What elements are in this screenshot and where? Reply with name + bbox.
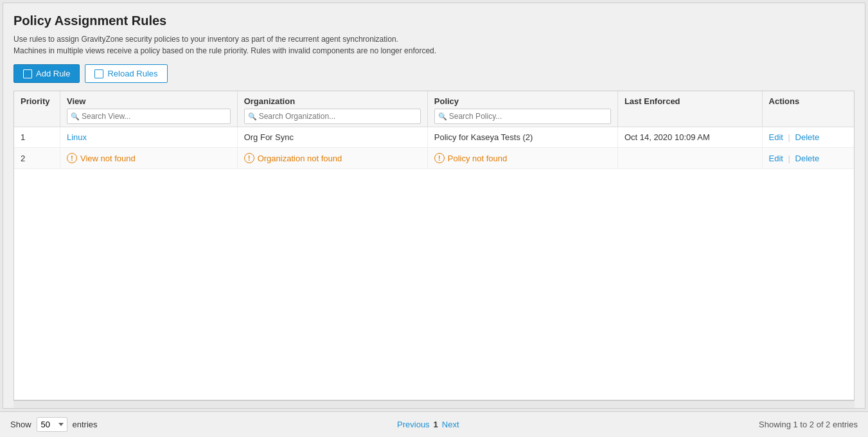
action-divider: | <box>786 132 793 142</box>
cell-actions: Edit | Delete <box>762 127 854 148</box>
policy-search-icon: 🔍 <box>438 112 447 121</box>
cell-priority: 1 <box>14 127 60 148</box>
org-search-icon: 🔍 <box>248 112 257 121</box>
add-rule-label: Add Rule <box>36 69 70 78</box>
description-line1: Use rules to assign GravityZone security… <box>13 35 398 44</box>
edit-link[interactable]: Edit <box>769 132 783 142</box>
cell-policy: !Policy not found <box>427 148 617 169</box>
cell-organization: Org For Sync <box>237 127 427 148</box>
warning-icon: ! <box>244 153 254 163</box>
table-row: 2!View not found!Organization not found!… <box>14 148 854 169</box>
priority-header: Priority <box>21 96 50 106</box>
description-line2: Machines in multiple views receive a pol… <box>13 46 436 55</box>
cell-last-enforced: Oct 14, 2020 10:09 AM <box>617 127 762 148</box>
edit-link[interactable]: Edit <box>769 154 783 163</box>
reload-rules-button[interactable]: Reload Rules <box>85 64 167 83</box>
show-label: Show <box>10 420 31 429</box>
showing-text: Showing 1 to 2 of 2 entries <box>759 420 858 429</box>
col-policy: Policy 🔍 <box>427 91 617 127</box>
reload-rules-icon <box>94 69 103 78</box>
footer-right: Showing 1 to 2 of 2 entries <box>759 420 858 429</box>
col-priority: Priority <box>14 91 60 127</box>
cell-view: !View not found <box>60 148 237 169</box>
delete-link[interactable]: Delete <box>795 132 820 142</box>
entries-label: entries <box>73 420 98 429</box>
actions-header: Actions <box>769 96 800 106</box>
policy-search-input[interactable] <box>434 109 611 124</box>
action-divider: | <box>786 154 793 163</box>
horizontal-scrollbar[interactable] <box>13 400 855 408</box>
cell-organization: !Organization not found <box>237 148 427 169</box>
warning-icon: ! <box>434 153 445 163</box>
footer-left: Show 50 10 25 100 entries <box>10 417 98 432</box>
col-organization: Organization 🔍 <box>237 91 427 127</box>
current-page: 1 <box>434 420 438 429</box>
col-actions: Actions <box>762 91 854 127</box>
warning-icon: ! <box>67 153 77 163</box>
org-search-input[interactable] <box>244 109 421 124</box>
next-page-link[interactable]: Next <box>442 420 459 429</box>
table-row: 1LinuxOrg For SyncPolicy for Kaseya Test… <box>14 127 854 148</box>
cell-last-enforced <box>617 148 762 169</box>
view-not-found: !View not found <box>67 153 231 163</box>
policy-header: Policy <box>434 96 459 106</box>
add-rule-button[interactable]: Add Rule <box>13 64 80 83</box>
reload-rules-label: Reload Rules <box>107 69 157 78</box>
footer-center: Previous 1 Next <box>397 420 459 429</box>
view-link[interactable]: Linux <box>67 132 87 142</box>
view-search-icon: 🔍 <box>71 112 80 121</box>
show-entries-select[interactable]: 50 10 25 100 <box>37 417 67 432</box>
table-body: 1LinuxOrg For SyncPolicy for Kaseya Test… <box>14 127 854 169</box>
footer: Show 50 10 25 100 entries Previous 1 Nex… <box>0 411 868 437</box>
cell-actions: Edit | Delete <box>762 148 854 169</box>
last-enforced-header: Last Enforced <box>624 96 680 106</box>
policy-not-found: !Policy not found <box>434 153 611 163</box>
policy-search-wrapper: 🔍 <box>434 109 611 124</box>
org-search-wrapper: 🔍 <box>244 109 421 124</box>
rules-table: Priority View 🔍 Organization 🔍 <box>14 91 854 169</box>
previous-page-link[interactable]: Previous <box>397 420 430 429</box>
col-view: View 🔍 <box>60 91 237 127</box>
add-rule-icon <box>23 69 32 78</box>
org-not-found: !Organization not found <box>244 153 421 163</box>
toolbar: Add Rule Reload Rules <box>13 64 855 83</box>
view-search-input[interactable] <box>67 109 231 124</box>
col-last-enforced: Last Enforced <box>617 91 762 127</box>
delete-link[interactable]: Delete <box>795 154 820 163</box>
page-description: Use rules to assign GravityZone security… <box>13 33 855 57</box>
view-header: View <box>67 96 85 106</box>
organization-header: Organization <box>244 96 295 106</box>
table-header-row: Priority View 🔍 Organization 🔍 <box>14 91 854 127</box>
table-wrapper: Priority View 🔍 Organization 🔍 <box>13 91 855 400</box>
cell-view: Linux <box>60 127 237 148</box>
cell-policy: Policy for Kaseya Tests (2) <box>427 127 617 148</box>
view-search-wrapper: 🔍 <box>67 109 231 124</box>
page-title: Policy Assignment Rules <box>13 13 855 28</box>
cell-priority: 2 <box>14 148 60 169</box>
